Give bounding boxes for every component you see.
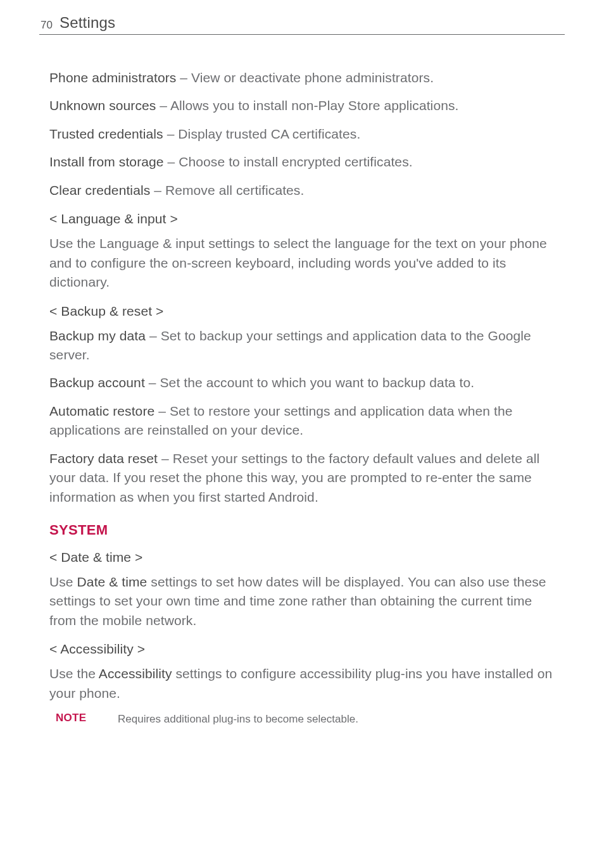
header-rule — [39, 34, 565, 35]
setting-desc: – Choose to install encrypted certificat… — [164, 154, 413, 169]
date-time-body: Use Date & time settings to set how date… — [49, 573, 555, 630]
note-label: NOTE — [56, 712, 118, 724]
setting-lead: Phone administrators — [49, 70, 176, 85]
page-number: 70 — [41, 19, 53, 32]
setting-desc: – Display trusted CA certificates. — [163, 127, 361, 141]
setting-lead: Factory data reset — [49, 451, 158, 466]
language-input-body: Use the Language & input settings to sel… — [49, 234, 555, 292]
setting-lead: Backup my data — [49, 328, 146, 343]
setting-row: Backup my data – Set to backup your sett… — [49, 326, 555, 365]
setting-row: Trusted credentials – Display trusted CA… — [49, 125, 555, 144]
setting-desc: – Remove all certificates. — [150, 183, 304, 197]
setting-lead: Trusted credentials — [49, 127, 163, 141]
setting-lead: Backup account — [49, 375, 145, 390]
section-heading-system: SYSTEM — [49, 522, 555, 538]
page-content: Phone administrators – View or deactivat… — [49, 68, 555, 727]
setting-row: Factory data reset – Reset your settings… — [49, 449, 555, 507]
setting-desc: – Allows you to install non-Play Store a… — [156, 98, 458, 113]
text-bold: Date & time — [77, 574, 148, 589]
setting-lead: Automatic restore — [49, 404, 154, 418]
page-header: 70 Settings — [0, 0, 604, 18]
note-row: NOTE Requires additional plug-ins to bec… — [49, 712, 555, 727]
subheading-date-time: < Date & time > — [49, 550, 555, 565]
setting-row: Automatic restore – Set to restore your … — [49, 402, 555, 440]
subheading-language-input: < Language & input > — [49, 211, 555, 226]
text-pre: Use — [49, 574, 77, 589]
text-bold: Accessibility — [99, 666, 172, 681]
setting-desc: – Set the account to which you want to b… — [145, 375, 474, 390]
setting-lead: Install from storage — [49, 154, 164, 169]
header-title: Settings — [60, 14, 115, 32]
setting-row: Phone administrators – View or deactivat… — [49, 68, 555, 87]
setting-lead: Clear credentials — [49, 183, 150, 197]
text-pre: Use the — [49, 666, 99, 681]
subheading-backup-reset: < Backup & reset > — [49, 304, 555, 319]
note-text: Requires additional plug-ins to become s… — [118, 712, 358, 727]
accessibility-body: Use the Accessibility settings to config… — [49, 664, 555, 703]
setting-row: Install from storage – Choose to install… — [49, 152, 555, 171]
setting-desc: – View or deactivate phone administrator… — [176, 70, 434, 85]
setting-lead: Unknown sources — [49, 98, 156, 113]
subheading-accessibility: < Accessibility > — [49, 642, 555, 657]
setting-row: Unknown sources – Allows you to install … — [49, 96, 555, 115]
setting-row: Backup account – Set the account to whic… — [49, 373, 555, 392]
setting-row: Clear credentials – Remove all certifica… — [49, 181, 555, 200]
